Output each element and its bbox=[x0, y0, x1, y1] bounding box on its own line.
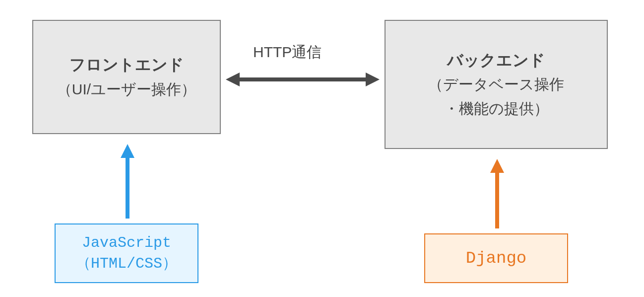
backend-title: バックエンド bbox=[447, 49, 545, 72]
up-arrow-orange-icon bbox=[487, 159, 507, 228]
frontend-subtitle: （UI/ユーザー操作） bbox=[57, 78, 196, 100]
javascript-line2: （HTML/CSS） bbox=[76, 253, 177, 274]
backend-box: バックエンド （データベース操作 ・機能の提供） bbox=[385, 20, 608, 149]
javascript-box: JavaScript （HTML/CSS） bbox=[55, 223, 198, 283]
svg-marker-6 bbox=[490, 159, 504, 173]
up-arrow-blue-icon bbox=[118, 144, 137, 219]
svg-marker-4 bbox=[121, 144, 134, 158]
frontend-box: フロントエンド （UI/ユーザー操作） bbox=[32, 20, 221, 134]
django-box: Django bbox=[424, 233, 568, 283]
bidirectional-arrow-icon bbox=[226, 67, 380, 92]
backend-subtitle-2: ・機能の提供） bbox=[444, 97, 549, 120]
http-label: HTTP通信 bbox=[253, 42, 322, 63]
svg-marker-2 bbox=[366, 73, 380, 86]
backend-subtitle-1: （データベース操作 bbox=[428, 73, 564, 95]
javascript-line1: JavaScript bbox=[82, 232, 171, 253]
svg-marker-1 bbox=[226, 73, 240, 86]
django-label: Django bbox=[466, 249, 526, 268]
frontend-title: フロントエンド bbox=[69, 54, 184, 76]
